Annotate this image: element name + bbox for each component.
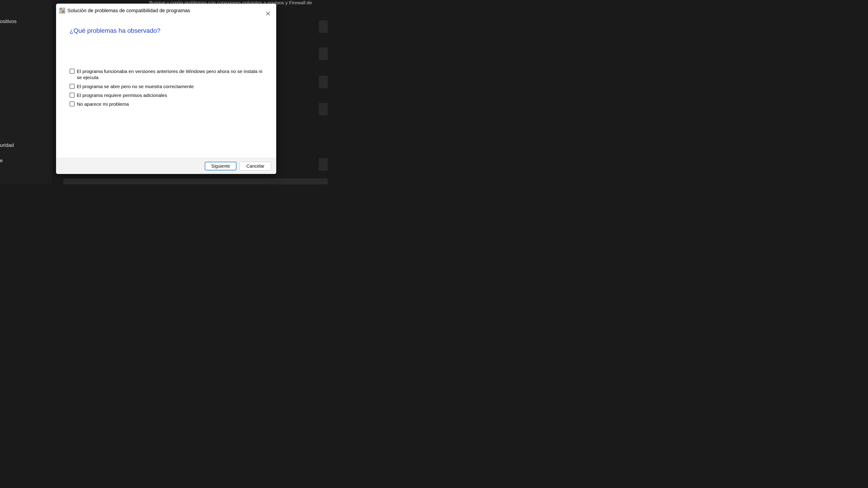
checkbox-label: El programa funcionaba en versiones ante… — [77, 68, 263, 80]
dialog-title: Solución de problemas de compatibilidad … — [67, 8, 190, 13]
sidebar-item-fragment: ositivos — [0, 16, 52, 27]
background-panel — [319, 47, 328, 60]
checkbox-box-icon — [70, 84, 74, 89]
question-heading: ¿Qué problemas ha observado? — [70, 27, 263, 34]
checkbox-option-display-incorrect[interactable]: El programa se abre pero no se muestra c… — [70, 84, 263, 90]
checkbox-list: El programa funcionaba en versiones ante… — [70, 68, 263, 107]
dialog-body: ¿Qué problemas ha observado? El programa… — [56, 16, 276, 158]
sidebar-item-fragment: e — [0, 155, 52, 166]
dialog-header: Solución de problemas de compatibilidad … — [56, 4, 276, 16]
background-panel — [319, 20, 328, 33]
checkbox-label: El programa requiere permisos adicionale… — [77, 92, 167, 98]
checkbox-box-icon — [70, 69, 74, 74]
checkbox-option-permissions[interactable]: El programa requiere permisos adicionale… — [70, 92, 263, 98]
background-panel — [319, 76, 328, 88]
background-sidebar: ositivos uridad e — [0, 0, 52, 184]
checkbox-option-previous-windows[interactable]: El programa funcionaba en versiones ante… — [70, 68, 263, 80]
checkbox-label: El programa se abre pero no se muestra c… — [77, 84, 194, 90]
next-button[interactable]: Siguiente — [205, 162, 237, 170]
checkbox-label: No aparece mi problema — [77, 101, 129, 107]
checkbox-box-icon — [70, 93, 74, 98]
troubleshooter-icon — [59, 8, 65, 13]
background-panel — [319, 103, 328, 116]
close-button[interactable] — [265, 10, 272, 17]
sidebar-item-fragment: uridad — [0, 140, 52, 151]
checkbox-box-icon — [70, 101, 74, 106]
checkbox-option-not-listed[interactable]: No aparece mi problema — [70, 101, 263, 107]
background-panel — [63, 178, 328, 184]
background-panel — [319, 158, 328, 171]
troubleshooter-dialog: Solución de problemas de compatibilidad … — [56, 4, 276, 174]
cancel-button[interactable]: Cancelar — [240, 162, 271, 170]
dialog-footer: Siguiente Cancelar — [56, 158, 276, 174]
close-icon — [266, 11, 270, 16]
